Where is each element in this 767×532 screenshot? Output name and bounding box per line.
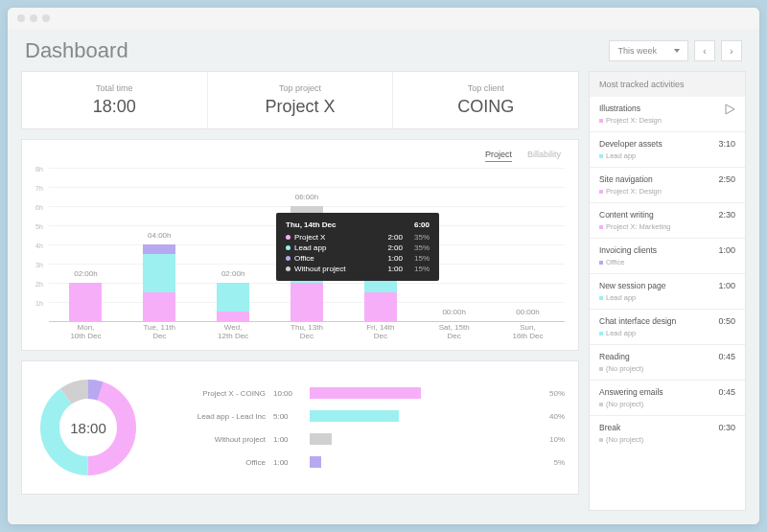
stat-label: Top client: [393, 83, 578, 93]
activity-title: Answering emails: [599, 387, 712, 397]
stat-total-time: Total time 18:00: [22, 72, 208, 128]
bar-segment: [364, 292, 397, 321]
color-dot-icon: [599, 403, 603, 406]
tooltip-row: Lead app2:0035%: [286, 243, 430, 252]
breakdown-name: Lead app - Lead Inc: [160, 412, 266, 421]
activity-time: 0:50: [718, 316, 735, 326]
activity-row[interactable]: Developer assetsLead app3:10: [590, 132, 745, 168]
bar-segment: [217, 283, 249, 312]
tooltip-value: 1:00: [376, 254, 403, 263]
color-dot-icon: [599, 225, 603, 229]
breakdown-row: Without project1:0010%: [160, 433, 565, 445]
x-axis-label: Wed, 12th Dec: [217, 323, 249, 340]
tooltip-pct: 15%: [407, 254, 430, 263]
breakdown-bar: [310, 433, 532, 445]
activity-row[interactable]: Reading(No project)0:45: [590, 345, 745, 381]
bar-value-label: 02:00h: [74, 269, 97, 278]
activity-row[interactable]: Break(No project)0:30: [590, 416, 745, 451]
color-dot-icon: [599, 296, 603, 300]
page-title: Dashboard: [25, 38, 128, 63]
activity-title: Invoicing clients: [599, 245, 712, 255]
breakdown-list: Project X - COING10:0050%Lead app - Lead…: [160, 387, 565, 468]
stat-value: Project X: [208, 97, 393, 117]
activity-subtitle: Lead app: [599, 293, 712, 302]
tooltip-name: Office: [294, 254, 372, 263]
breakdown-pct: 10%: [540, 435, 565, 444]
window-dot: [30, 14, 37, 22]
bar-value-label: 02:00h: [221, 269, 244, 278]
color-dot-icon: [599, 438, 603, 442]
activity-title: Illustrations: [599, 104, 718, 113]
next-button[interactable]: ›: [721, 40, 742, 61]
stat-value: 18:00: [22, 97, 207, 117]
bar-value-label: 06:00h: [295, 193, 318, 201]
activity-time: 1:00: [718, 245, 735, 255]
bar-column[interactable]: 04:00h: [143, 244, 175, 321]
activity-row[interactable]: Invoicing clientsOffice1:00: [590, 239, 745, 274]
x-axis-label: Sun, 16th Dec: [511, 323, 544, 340]
donut-chart: 18:00: [35, 375, 141, 480]
activity-subtitle: (No project): [599, 364, 712, 373]
tooltip-row: Office1:0015%: [286, 254, 430, 263]
color-dot-icon: [599, 332, 603, 335]
activity-title: Developer assets: [599, 139, 712, 149]
x-axis-label: Thu, 13th Dec: [291, 323, 323, 340]
activity-title: Chat interface design: [599, 316, 712, 326]
breakdown-row: Office1:005%: [160, 456, 565, 468]
activity-time: 0:45: [718, 352, 735, 361]
stat-label: Total time: [22, 83, 207, 93]
tab-billability[interactable]: Billability: [527, 150, 561, 162]
activity-row[interactable]: Site navigationProject X: Design2:50: [590, 168, 745, 203]
tooltip-name: Without project: [294, 265, 372, 273]
x-axis-label: Fri, 14th Dec: [364, 323, 397, 340]
color-dot-icon: [599, 367, 603, 371]
activity-row[interactable]: Chat interface designLead app0:50: [590, 310, 745, 345]
chevron-down-icon: [674, 49, 680, 53]
activity-title: Reading: [599, 352, 712, 361]
breakdown-pct: 50%: [540, 389, 565, 398]
tooltip-total: 6:00: [414, 220, 430, 229]
activity-time: 0:30: [718, 423, 735, 432]
activity-row[interactable]: New session pageLead app1:00: [590, 274, 745, 310]
tab-project[interactable]: Project: [485, 150, 512, 162]
breakdown-name: Office: [160, 458, 266, 467]
tooltip-value: 2:00: [376, 243, 403, 252]
breakdown-pct: 5%: [540, 458, 565, 467]
activity-title: Content writing: [599, 210, 712, 220]
activity-subtitle: Project X: Marketing: [599, 222, 712, 231]
breakdown-value: 1:00: [273, 458, 302, 467]
tooltip-date: Thu, 14th Dec: [286, 220, 336, 229]
breakdown-value: 1:00: [273, 435, 302, 444]
bar-column[interactable]: 02:00h: [217, 283, 249, 321]
activity-subtitle: (No project): [599, 435, 712, 444]
breakdown-bar: [310, 387, 532, 399]
x-axis-label: Sat, 15th Dec: [438, 323, 471, 340]
prev-button[interactable]: ‹: [694, 40, 715, 61]
activities-panel: Most tracked activities IllustrationsPro…: [589, 71, 746, 511]
period-select[interactable]: This week: [609, 40, 688, 61]
tooltip-pct: 15%: [407, 265, 430, 273]
activity-subtitle: Project X: Design: [599, 116, 718, 125]
x-axis-label: Tue, 11th Dec: [143, 323, 175, 340]
activity-row[interactable]: Answering emails(No project)0:45: [590, 381, 745, 416]
bar-value-label: 00:00h: [516, 308, 539, 316]
play-icon[interactable]: [724, 104, 735, 115]
bar-segment: [143, 292, 175, 321]
window-dot: [17, 14, 25, 22]
tooltip-name: Project X: [294, 233, 372, 242]
bar-column[interactable]: 02:00h: [69, 283, 102, 321]
activity-row[interactable]: IllustrationsProject X: Design: [590, 97, 745, 132]
bar-segment: [143, 244, 175, 254]
color-dot-icon: [286, 245, 291, 250]
stats-row: Total time 18:00 Top project Project X T…: [21, 71, 579, 129]
activity-row[interactable]: Content writingProject X: Marketing2:30: [590, 203, 745, 239]
activity-time: 0:45: [718, 387, 735, 397]
bar-segment: [217, 312, 249, 321]
breakdown-row: Project X - COING10:0050%: [160, 387, 565, 399]
tooltip-row: Project X2:0035%: [286, 233, 430, 242]
breakdown-row: Lead app - Lead Inc5:0040%: [160, 410, 565, 422]
bar-segment: [69, 283, 102, 321]
tooltip-pct: 35%: [407, 243, 430, 252]
activity-time: 2:50: [718, 174, 735, 184]
tooltip-value: 2:00: [376, 233, 403, 242]
